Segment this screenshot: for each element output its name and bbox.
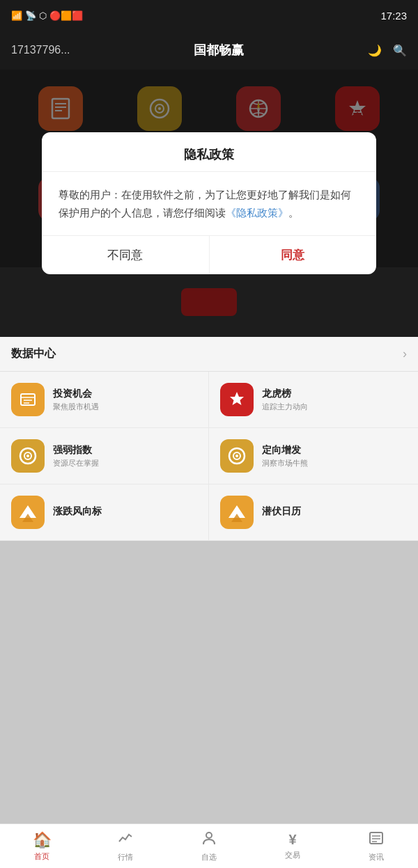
menu-item-panfu[interactable]: 潜伏日历 [209, 484, 418, 541]
status-bar-left: 📶 📡 ⬡ 🔴🟧🟥 [11, 10, 83, 21]
longhubang-text: 龙虎榜 追踪主力动向 [262, 388, 308, 412]
header-icons: 🌙 🔍 [368, 44, 407, 57]
dialog-title: 隐私政策 [42, 132, 376, 172]
accept-button[interactable]: 同意 [210, 236, 377, 274]
panfu-text: 潜伏日历 [262, 505, 301, 519]
status-bar: 📶 📡 ⬡ 🔴🟧🟥 17:23 [0, 0, 418, 31]
qiangruo-subtitle: 资源尽在掌握 [53, 458, 99, 468]
menu-item-qiangruo[interactable]: 强弱指数 资源尽在掌握 [0, 428, 209, 484]
news-icon [369, 830, 384, 850]
notification-icons: 🔴🟧🟥 [49, 10, 83, 21]
status-bar-time: 17:23 [380, 10, 407, 22]
dingxiang-icon [220, 439, 254, 473]
dialog-buttons: 不同意 同意 [42, 236, 376, 274]
nav-item-hangqing[interactable]: 行情 [84, 830, 167, 862]
touzijihui-text: 投资机会 聚焦股市机遇 [53, 388, 99, 412]
zhangdie-icon [11, 496, 45, 529]
zhangdie-title: 涨跌风向标 [53, 505, 102, 518]
longhubang-subtitle: 追踪主力动向 [262, 402, 308, 412]
dingxiang-text: 定向增发 洞察市场牛熊 [262, 444, 308, 468]
app-title: 国都畅赢 [194, 42, 244, 58]
person-icon [201, 830, 217, 850]
menu-item-dingxiang[interactable]: 定向增发 洞察市场牛熊 [209, 428, 418, 484]
account-number[interactable]: 17137796... [11, 44, 70, 56]
touzijihui-title: 投资机会 [53, 388, 99, 400]
svg-point-34 [235, 455, 238, 457]
dingxiang-title: 定向增发 [262, 444, 308, 457]
dialog-body: 尊敬的用户：在使用软件之前，为了让您更好地了解我们是如何保护用户的个人信息，请您… [42, 172, 376, 236]
qiangruo-text: 强弱指数 资源尽在掌握 [53, 444, 99, 468]
nav-item-zixun[interactable]: 资讯 [334, 830, 418, 862]
privacy-dialog: 隐私政策 尊敬的用户：在使用软件之前，为了让您更好地了解我们是如何保护用户的个人… [42, 132, 376, 274]
chevron-right-icon: › [403, 347, 407, 361]
bottom-section: 数据中心 › 投资机会 聚焦股市机遇 [0, 337, 418, 541]
svg-point-39 [206, 833, 212, 838]
dialog-overlay: 隐私政策 尊敬的用户：在使用软件之前，为了让您更好地了解我们是如何保护用户的个人… [0, 70, 418, 337]
nav-label-jiaoyi: 交易 [285, 850, 300, 860]
nav-label-zixun: 资讯 [369, 852, 384, 862]
decline-button[interactable]: 不同意 [42, 236, 210, 274]
longhubang-icon [220, 383, 254, 416]
touzijihui-subtitle: 聚焦股市机遇 [53, 402, 99, 412]
svg-marker-28 [230, 392, 244, 405]
touzijihui-icon [11, 383, 45, 416]
menu-grid: 投资机会 聚焦股市机遇 龙虎榜 追踪主力动向 [0, 372, 418, 541]
nav-label-zixuan: 自选 [201, 852, 217, 862]
menu-item-touzijihui[interactable]: 投资机会 聚焦股市机遇 [0, 372, 209, 428]
data-center-header[interactable]: 数据中心 › [0, 337, 418, 372]
nav-item-shouye[interactable]: 🏠 首页 [0, 831, 84, 862]
dialog-body-end: 。 [288, 207, 299, 219]
zhangdie-text: 涨跌风向标 [53, 505, 102, 519]
nav-label-shouye: 首页 [34, 851, 49, 862]
yuan-icon: ¥ [288, 832, 296, 848]
dialog-body-text: 尊敬的用户：在使用软件之前，为了让您更好地了解我们是如何保护用户的个人信息，请您… [59, 189, 351, 219]
privacy-policy-link[interactable]: 《隐私政策》 [226, 207, 288, 219]
wifi-icon: 📡 [25, 10, 36, 21]
menu-item-zhangdie[interactable]: 涨跌风向标 [0, 484, 209, 541]
longhubang-title: 龙虎榜 [262, 388, 308, 400]
nav-item-jiaoyi[interactable]: ¥ 交易 [251, 832, 334, 860]
svg-point-31 [26, 455, 29, 457]
dingxiang-subtitle: 洞察市场牛熊 [262, 458, 308, 468]
app-header: 17137796... 国都畅赢 🌙 🔍 [0, 31, 418, 70]
moon-icon[interactable]: 🌙 [368, 44, 382, 57]
menu-item-longhubang[interactable]: 龙虎榜 追踪主力动向 [209, 372, 418, 428]
nav-label-hangqing: 行情 [118, 852, 133, 862]
bottom-nav: 🏠 首页 行情 自选 ¥ 交易 [0, 823, 418, 868]
qiangruo-icon [11, 439, 45, 473]
nav-item-zixuan[interactable]: 自选 [167, 830, 251, 862]
panfu-icon [220, 496, 254, 529]
data-center-title: 数据中心 [11, 347, 56, 361]
battery-status: ⬡ [39, 10, 47, 21]
qiangruo-title: 强弱指数 [53, 444, 99, 457]
chart-icon [118, 830, 133, 850]
home-icon: 🏠 [33, 831, 52, 849]
panfu-title: 潜伏日历 [262, 505, 301, 518]
search-icon[interactable]: 🔍 [393, 44, 407, 57]
signal-icon: 📶 [11, 10, 22, 21]
